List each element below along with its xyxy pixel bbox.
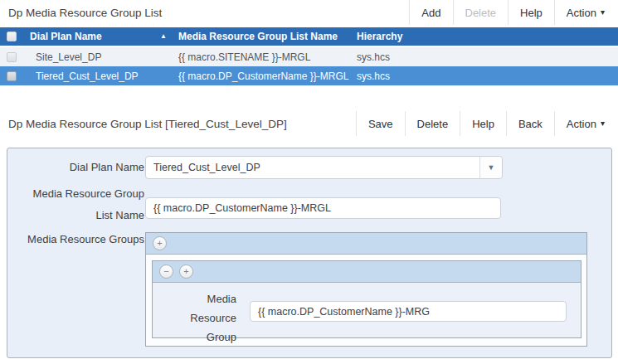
mrgl-name-label-line2: List Name (17, 205, 144, 226)
dropdown-arrow-icon[interactable]: ▼ (479, 157, 502, 178)
media-resource-group-label: Media Resource Group (159, 289, 236, 347)
cell-dial-plan[interactable]: Site_Level_DP (30, 51, 178, 63)
add-group-item-button[interactable]: + (179, 265, 193, 279)
help-button[interactable]: Help (460, 111, 506, 136)
cell-dial-plan[interactable]: Tiered_Cust_Level_DP (30, 70, 178, 82)
cell-hierarchy[interactable]: sys.hcs (357, 70, 618, 82)
groups-container-header: + (146, 233, 586, 255)
detail-panel-title: Dp Media Resource Group List [Tiered_Cus… (0, 111, 356, 136)
mrgl-name-label: Media Resource Group List Name (17, 183, 144, 226)
media-resource-groups-container: + − + Media Resource Group {{ macro.DP_C… (145, 232, 587, 347)
dial-plan-name-select[interactable]: Tiered_Cust_Level_DP ▼ (145, 156, 503, 179)
column-header-hierarchy[interactable]: Hierarchy (357, 31, 618, 42)
delete-button[interactable]: Delete (405, 111, 460, 136)
help-button[interactable]: Help (508, 0, 554, 25)
detail-toolbar: Dp Media Resource Group List [Tiered_Cus… (0, 111, 618, 136)
sort-asc-icon[interactable]: ▲ (160, 33, 167, 40)
group-item-header: − + (153, 261, 581, 283)
column-header-mrgl-name[interactable]: Media Resource Group List Name (178, 31, 357, 42)
action-menu-button[interactable]: Action ▾ (554, 0, 616, 25)
add-group-button[interactable]: + (153, 236, 167, 250)
column-header-dial-plan[interactable]: Dial Plan Name ▲ (30, 31, 178, 42)
media-resource-group-input[interactable]: {{ macro.DP_CustomerName }}-MRG (250, 301, 567, 322)
media-resource-group-item: − + Media Resource Group {{ macro.DP_Cus… (152, 260, 582, 338)
detail-form: Dial Plan Name Tiered_Cust_Level_DP ▼ Me… (7, 148, 612, 358)
caret-down-icon: ▾ (601, 119, 605, 128)
action-menu-label: Action (567, 118, 596, 130)
table-row[interactable]: Site_Level_DP {{ macro.SITENAME }}-MRGL … (0, 47, 618, 66)
group-item-body: Media Resource Group {{ macro.DP_Custome… (153, 283, 581, 337)
page: Dp Media Resource Group List Add Delete … (0, 0, 618, 364)
row-checkbox[interactable] (7, 71, 17, 81)
dial-plan-name-value: Tiered_Cust_Level_DP (146, 157, 479, 178)
mrgl-name-input[interactable]: {{ macro.DP_CustomerName }}-MRGL (145, 197, 501, 219)
action-menu-label: Action (567, 7, 596, 19)
delete-button[interactable]: Delete (453, 0, 509, 25)
table-row-selected[interactable]: Tiered_Cust_Level_DP {{ macro.DP_Custome… (0, 66, 618, 85)
table-header-row: Dial Plan Name ▲ Media Resource Group Li… (0, 27, 618, 47)
mrgl-name-label-line1: Media Resource Group (17, 183, 144, 205)
list-panel-title: Dp Media Resource Group List (0, 0, 409, 25)
media-resource-group-label-line1: Media Resource (159, 289, 236, 328)
list-toolbar: Dp Media Resource Group List Add Delete … (0, 0, 618, 25)
media-resource-groups-label: Media Resource Groups (17, 233, 144, 246)
action-menu-button[interactable]: Action ▾ (554, 111, 616, 136)
caret-down-icon: ▾ (601, 8, 605, 17)
save-button[interactable]: Save (356, 111, 405, 136)
row-checkbox-cell (0, 71, 30, 81)
row-checkbox-cell (0, 52, 30, 62)
header-checkbox-cell (0, 32, 30, 41)
list-toolbar-buttons: Add Delete Help Action ▾ (409, 0, 618, 25)
cell-mrgl-name[interactable]: {{ macro.SITENAME }}-MRGL (178, 51, 357, 63)
add-button[interactable]: Add (409, 0, 452, 25)
column-header-dial-plan-label: Dial Plan Name (30, 31, 102, 42)
row-checkbox[interactable] (7, 52, 17, 62)
back-button[interactable]: Back (506, 111, 554, 136)
cell-mrgl-name[interactable]: {{ macro.DP_CustomerName }}-MRGL (178, 70, 357, 82)
remove-group-item-button[interactable]: − (159, 265, 173, 279)
mrgl-table: Dial Plan Name ▲ Media Resource Group Li… (0, 27, 618, 85)
media-resource-group-label-line2: Group (159, 328, 236, 347)
cell-hierarchy[interactable]: sys.hcs (357, 51, 618, 63)
detail-toolbar-buttons: Save Delete Help Back Action ▾ (356, 111, 618, 136)
select-all-checkbox[interactable] (7, 32, 17, 41)
dial-plan-name-label: Dial Plan Name (17, 161, 144, 174)
